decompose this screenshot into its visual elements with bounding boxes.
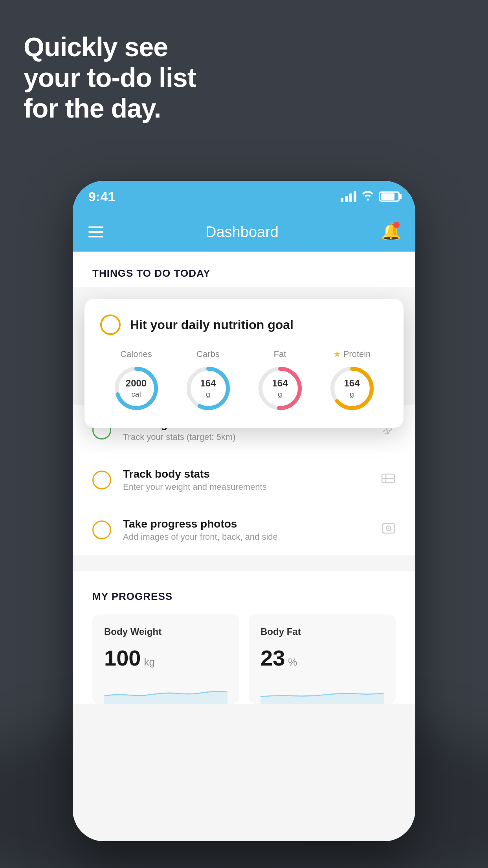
running-subtitle: Track your stats (target: 5km): [123, 432, 368, 442]
body-weight-unit: kg: [144, 656, 154, 668]
todo-item-photos[interactable]: Take progress photos Add images of your …: [73, 505, 415, 555]
fat-circle: 164g: [257, 365, 304, 412]
nutrition-circles: Calories 2000cal Carbs: [100, 349, 388, 412]
star-icon: ★: [333, 349, 341, 359]
app-header: Dashboard 🔔: [73, 212, 415, 252]
photos-circle: [92, 520, 111, 539]
phone-frame: 9:41 Dashboard 🔔: [73, 181, 415, 841]
body-stats-circle: [92, 471, 111, 489]
battery-icon: [379, 191, 400, 202]
status-bar: 9:41: [73, 181, 415, 212]
nutrition-fat: Fat 164g: [257, 349, 304, 412]
nutrition-calories: Calories 2000cal: [113, 349, 160, 412]
card-title: Hit your daily nutrition goal: [130, 318, 294, 332]
progress-cards: Body Weight 100 kg Body Fat: [92, 614, 396, 704]
body-weight-title: Body Weight: [104, 626, 227, 637]
calories-circle: 2000cal: [113, 365, 160, 412]
wifi-icon: [361, 190, 374, 203]
fat-label: Fat: [274, 349, 286, 359]
header-title: Dashboard: [205, 224, 279, 241]
things-section: THINGS TO DO TODAY: [73, 252, 415, 287]
body-weight-value: 100: [104, 645, 141, 671]
photos-title: Take progress photos: [123, 518, 370, 530]
body-fat-unit: %: [288, 656, 297, 668]
notifications-button[interactable]: 🔔: [381, 222, 400, 242]
progress-title: MY PROGRESS: [92, 590, 396, 603]
hero-line3: for the day.: [24, 93, 196, 123]
nutrition-carbs: Carbs 164g: [185, 349, 232, 412]
menu-button[interactable]: [88, 226, 103, 237]
protein-circle: 164g: [328, 365, 376, 412]
carbs-label: Carbs: [196, 349, 220, 359]
body-fat-card[interactable]: Body Fat 23 %: [249, 614, 396, 704]
card-header: Hit your daily nutrition goal: [100, 314, 388, 335]
photos-icon: [382, 522, 396, 538]
carbs-circle: 164g: [185, 365, 232, 412]
hero-line2: your to-do list: [24, 62, 196, 93]
body-stats-icon: [381, 472, 396, 488]
body-weight-card[interactable]: Body Weight 100 kg: [92, 614, 239, 704]
status-icons: [341, 190, 400, 203]
body-fat-value: 23: [261, 645, 285, 671]
nutrition-protein: ★ Protein 164g: [328, 349, 376, 412]
body-stats-subtitle: Enter your weight and measurements: [123, 482, 369, 492]
body-fat-chart: [261, 680, 384, 704]
todo-list: Running Track your stats (target: 5km) T…: [73, 405, 415, 555]
calories-label: Calories: [120, 349, 152, 359]
signal-icon: [341, 191, 356, 202]
body-stats-title: Track body stats: [123, 468, 369, 480]
things-section-title: THINGS TO DO TODAY: [92, 267, 396, 287]
hero-line1: Quickly see: [24, 31, 196, 62]
progress-section: MY PROGRESS Body Weight 100 kg: [73, 571, 415, 704]
nutrition-card[interactable]: Hit your daily nutrition goal Calories 2…: [84, 299, 404, 428]
hero-text: Quickly see your to-do list for the day.: [24, 31, 196, 124]
todo-item-body-stats[interactable]: Track body stats Enter your weight and m…: [73, 455, 415, 505]
task-circle-nutrition: [100, 314, 121, 335]
notification-badge: [393, 222, 400, 228]
photos-subtitle: Add images of your front, back, and side: [123, 532, 370, 542]
status-time: 9:41: [88, 189, 115, 204]
body-fat-title: Body Fat: [261, 626, 384, 637]
protein-label: ★ Protein: [333, 349, 371, 359]
phone-content: THINGS TO DO TODAY Hit your daily nutrit…: [73, 252, 415, 841]
body-weight-chart: [104, 680, 227, 704]
svg-point-13: [388, 528, 390, 530]
